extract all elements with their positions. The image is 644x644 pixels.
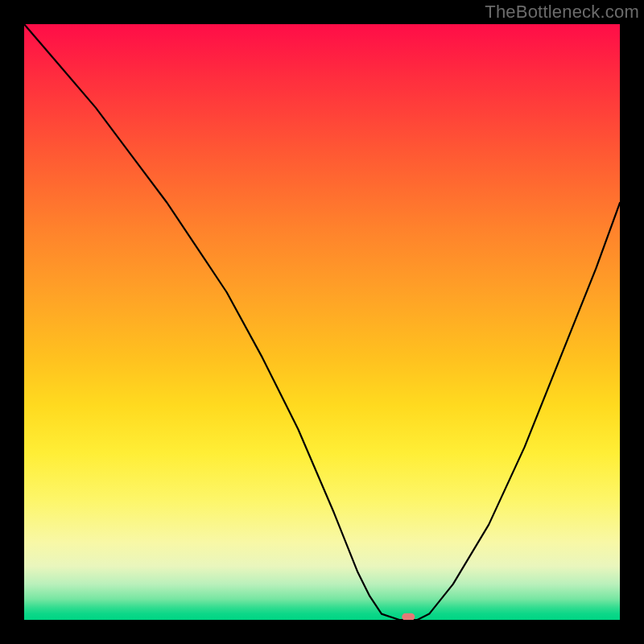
curve-layer [24,24,620,620]
plot-area [24,24,620,620]
bottleneck-curve [24,24,620,620]
watermark-text: TheBottleneck.com [485,2,639,23]
chart-frame: TheBottleneck.com [0,0,644,644]
optimum-marker [402,613,415,620]
